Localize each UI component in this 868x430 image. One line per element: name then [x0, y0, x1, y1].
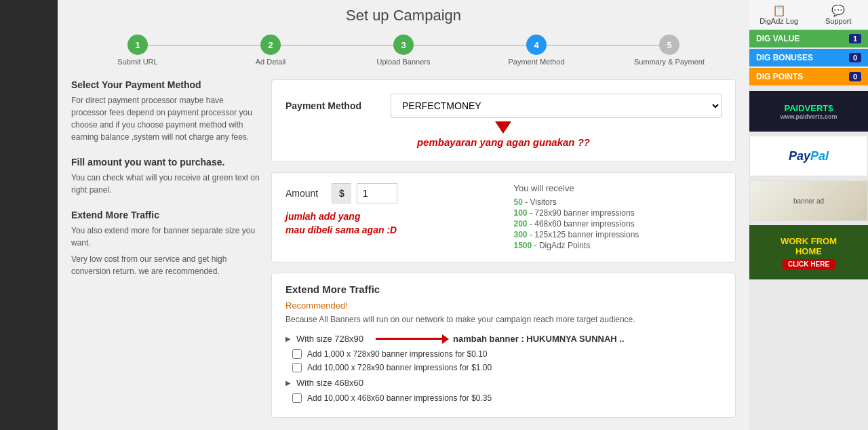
section2-body: You can check what will you receive at g… — [71, 172, 261, 196]
section3-body2: Very low cost from our service and get h… — [71, 253, 261, 277]
receive-section: You will receive 50 - Visitors 100 - 728… — [514, 183, 722, 252]
step-5: 5 Summary & Payment — [603, 35, 736, 66]
dig-bonuses-label: DIG BONUSES — [756, 53, 813, 62]
amount-row: Amount $ — [285, 183, 494, 203]
section3-title: Extend More Traffic — [71, 210, 261, 220]
dollar-sign: $ — [332, 183, 351, 203]
dig-points-bar: DIG POINTS 0 — [749, 68, 868, 85]
step-label-5: Summary & Payment — [634, 58, 705, 66]
workfromhome-text2: CLICK HERE — [783, 259, 835, 269]
payment-card: Payment Method PERFECTMONEY PAYPAL BITCO… — [271, 79, 736, 162]
visa-placeholder: banner ad — [793, 197, 824, 205]
checkbox-728-2: Add 10,000 x 728x90 banner impressions f… — [285, 363, 722, 372]
receive-item-3: 200 - 468x60 banner impressions — [514, 219, 722, 229]
payment-select[interactable]: PERFECTMONEY PAYPAL BITCOIN BALANCE — [391, 94, 722, 118]
dig-bonuses-count: 0 — [849, 53, 861, 62]
steps-container: 1 Submit URL 2 Ad Detail 3 Upload Banner… — [71, 35, 736, 66]
section1-title: Select Your Payment Method — [71, 79, 261, 90]
receive-item-5: 1500 - DigAdz Points — [514, 241, 722, 250]
dig-value-label: DIG VALUE — [756, 34, 800, 43]
checkbox-728-2-input[interactable] — [292, 363, 302, 372]
left-info: Select Your Payment Method For direct pa… — [71, 79, 261, 418]
dig-points-count: 0 — [849, 72, 861, 81]
step-1: 1 Submit URL — [71, 35, 204, 66]
step-3: 3 Upload Banners — [337, 35, 470, 66]
step-4: 4 Payment Method — [470, 35, 603, 66]
paidverts-url: www.paidverts.com — [780, 113, 837, 120]
size-468-label: With size 468x60 — [296, 378, 363, 388]
recommended-text: Recommended! — [285, 300, 722, 311]
toggle-triangle-468: ▶ — [285, 379, 291, 387]
receive-item-2: 100 - 728x90 banner impressions — [514, 208, 722, 218]
checkbox-728-1-input[interactable] — [292, 349, 302, 359]
section2-title: Fill amount you want to purchase. — [71, 157, 261, 168]
size-728-annotation: nambah banner : HUKUMNYA SUNNAH .. — [453, 334, 625, 344]
workfromhome-banner[interactable]: WORK FROMHOME CLICK HERE — [749, 225, 868, 279]
payment-annotation-container: pembayaran yang agan gunakan ?? — [285, 121, 722, 148]
support-label: Support — [825, 17, 852, 25]
support-icon: 💬 — [812, 4, 866, 17]
checkbox-468-1: Add 10,000 x 468x60 banner impressions f… — [285, 393, 722, 403]
checkbox-728-1-label: Add 1,000 x 728x90 banner impressions fo… — [307, 349, 488, 359]
dig-bonuses-bar: DIG BONUSES 0 — [749, 49, 868, 66]
down-arrow-icon — [495, 121, 511, 134]
info-section-2: Fill amount you want to purchase. You ca… — [71, 157, 261, 196]
log-icon: 📋 — [752, 4, 806, 17]
checkbox-468-1-label: Add 10,000 x 468x60 banner impressions f… — [307, 393, 492, 403]
digadz-log-nav[interactable]: 📋 DigAdz Log — [749, 0, 809, 29]
log-label: DigAdz Log — [760, 17, 798, 25]
size-468-toggle[interactable]: ▶ With size 468x60 — [285, 378, 722, 388]
support-nav[interactable]: 💬 Support — [809, 0, 869, 29]
receive-title: You will receive — [514, 183, 722, 193]
step-2: 2 Ad Detail — [204, 35, 337, 66]
checkbox-468-1-input[interactable] — [292, 393, 302, 403]
extend-card: Extend More Traffic Recommended! Because… — [271, 273, 736, 418]
dig-points-label: DIG POINTS — [756, 72, 803, 81]
amount-input[interactable] — [357, 183, 397, 203]
size-728-label: With size 728x90 — [296, 334, 363, 344]
dig-value-bar: DIG VALUE 1 — [749, 30, 868, 47]
red-arrow-head — [442, 334, 449, 344]
section3-body1: You also extend more for banner separate… — [71, 224, 261, 249]
step-label-4: Payment Method — [508, 58, 564, 66]
step-label-2: Ad Detail — [256, 58, 286, 66]
checkbox-728-2-label: Add 10,000 x 728x90 banner impressions f… — [307, 363, 492, 372]
amount-left: Amount $ jumlah add yang mau dibeli sama… — [285, 183, 494, 252]
paypal-text: PayPal — [789, 149, 829, 163]
step-circle-3: 3 — [393, 35, 414, 55]
payment-annotation-text: pembayaran yang agan gunakan ?? — [417, 136, 590, 148]
payment-row: Payment Method PERFECTMONEY PAYPAL BITCO… — [285, 94, 722, 118]
sidebar — [0, 0, 58, 430]
paypal-banner[interactable]: PayPal — [749, 136, 868, 176]
info-section-1: Select Your Payment Method For direct pa… — [71, 79, 261, 143]
extend-desc: Because All Banners will run on our netw… — [285, 313, 722, 326]
toggle-triangle-728: ▶ — [285, 335, 291, 343]
receive-item-1: 50 - Visitors — [514, 197, 722, 207]
step-circle-5: 5 — [659, 35, 679, 55]
visa-banner[interactable]: banner ad — [749, 180, 868, 221]
right-panel: 📋 DigAdz Log 💬 Support DIG VALUE 1 DIG B… — [749, 0, 868, 430]
payment-label: Payment Method — [285, 100, 380, 111]
step-label-3: Upload Banners — [377, 58, 431, 66]
content-area: Select Your Payment Method For direct pa… — [71, 79, 736, 418]
dig-value-count: 1 — [849, 34, 861, 43]
arrow-annotation-container: nambah banner : HUKUMNYA SUNNAH .. — [376, 334, 625, 344]
extend-title: Extend More Traffic — [285, 284, 722, 295]
info-section-3: Extend More Traffic You also extend more… — [71, 210, 261, 277]
page-title: Set up Campaign — [71, 7, 736, 24]
size-728-toggle[interactable]: ▶ With size 728x90 nambah banner : HUKUM… — [285, 334, 722, 344]
step-circle-2: 2 — [260, 35, 281, 55]
amount-card: Amount $ jumlah add yang mau dibeli sama… — [271, 172, 736, 262]
main-content: Set up Campaign 1 Submit URL 2 Ad Detail… — [58, 0, 749, 430]
amount-label: Amount — [285, 188, 326, 199]
paidverts-text: PAIDVERT$ — [785, 103, 833, 113]
paidverts-banner[interactable]: PAIDVERT$ www.paidverts.com — [749, 91, 868, 132]
workfromhome-text1: WORK FROMHOME — [781, 236, 837, 256]
right-top-nav: 📋 DigAdz Log 💬 Support — [749, 0, 868, 30]
section1-body: For direct payment processor maybe have … — [71, 94, 261, 143]
step-label-1: Submit URL — [117, 58, 157, 66]
red-arrow-line — [376, 338, 443, 340]
step-circle-4: 4 — [526, 35, 547, 55]
checkbox-728-1: Add 1,000 x 728x90 banner impressions fo… — [285, 349, 722, 359]
right-form: Payment Method PERFECTMONEY PAYPAL BITCO… — [271, 79, 736, 418]
